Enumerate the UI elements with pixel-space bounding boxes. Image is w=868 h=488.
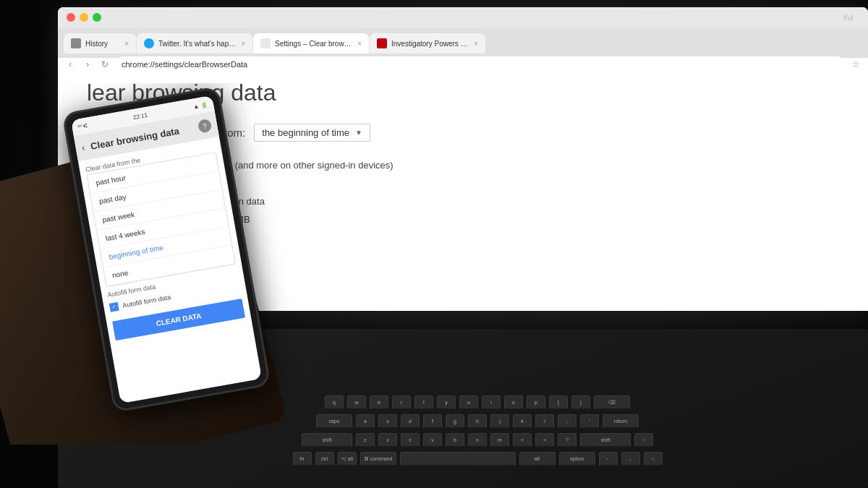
tab-history-label: History [85, 40, 120, 48]
title-bar [58, 7, 868, 27]
reload-button[interactable]: ↻ [98, 58, 111, 71]
tab-history[interactable]: History × [64, 33, 136, 53]
back-button[interactable]: ‹ [64, 58, 77, 71]
key: j [490, 414, 509, 429]
key: ? [558, 433, 576, 448]
key-row-4: fn ctrl ⌥ alt ⌘ command alt option ← ↓ → [145, 452, 810, 466]
key: l [535, 414, 554, 429]
key: v [423, 433, 442, 448]
key: k [513, 414, 532, 429]
arrow-left-key: ← [599, 452, 618, 466]
key: s [378, 414, 397, 429]
key: r [392, 395, 411, 410]
key: } [571, 395, 590, 410]
key: d [401, 414, 420, 429]
tab-settings[interactable]: Settings – Clear browsing data × [253, 33, 369, 53]
phone-checkbox-autofill-text: Autofill form data [122, 294, 171, 309]
tabs-bar: History × Twitter. It's what's happening… [58, 27, 868, 53]
key: > [535, 433, 554, 448]
key: h [468, 414, 487, 429]
bookmark-button[interactable]: ☆ [849, 58, 862, 71]
phone-status-left: ⁰ᵒ ⑆ [77, 122, 88, 130]
tab-guardian[interactable]: Investigatory Powers Bill rece... × [370, 33, 485, 53]
settings-favicon [260, 38, 271, 48]
key-alt: ⌥ alt [338, 452, 357, 466]
key: t [414, 395, 433, 410]
key-cmd: ⌘ command [360, 452, 396, 466]
key: g [446, 414, 464, 429]
user-name: Yui [843, 13, 854, 22]
key-rshift: shift [580, 433, 631, 448]
key-ctrl: ctrl [315, 452, 334, 466]
key: < [513, 433, 532, 448]
key: u [459, 395, 478, 410]
key-delete: ⌫ [594, 395, 630, 410]
hand-area: ⁰ᵒ ⑆ 22:11 ▲ 🔋 ‹ Clear browsing data ? C… [0, 83, 376, 445]
key: o [504, 395, 523, 410]
key: b [446, 433, 464, 448]
fullscreen-button[interactable] [93, 13, 101, 22]
minimize-button[interactable] [80, 13, 88, 22]
key: ; [558, 414, 576, 429]
tab-settings-close[interactable]: × [357, 40, 362, 48]
phone-back-button[interactable]: ‹ [80, 142, 85, 154]
url-bar[interactable]: chrome://settings/clearBrowserData [116, 56, 845, 72]
key: i [482, 395, 501, 410]
tab-twitter-label: Twitter. It's what's happening. [158, 40, 237, 48]
phone-help-button[interactable]: ? [197, 119, 213, 134]
key: m [490, 433, 509, 448]
key: y [437, 395, 456, 410]
key-space [400, 452, 516, 466]
phone-time-dropdown[interactable]: past hour past day past week last 4 week… [86, 152, 236, 287]
arrow-down-key: ↓ [621, 452, 640, 466]
url-text: chrome://settings/clearBrowserData [122, 60, 247, 69]
phone-checkbox-autofill-input[interactable] [109, 302, 119, 312]
guardian-favicon [377, 38, 387, 48]
tab-settings-label: Settings – Clear browsing data [275, 40, 353, 48]
address-bar: ‹ › ↻ chrome://settings/clearBrowserData… [58, 53, 868, 75]
tab-twitter-close[interactable]: × [241, 40, 245, 48]
phone-status-time: 22:11 [132, 111, 148, 120]
arrow-right-key: → [644, 452, 663, 466]
tab-guardian-label: Investigatory Powers Bill rece... [391, 40, 469, 48]
forward-button[interactable]: › [81, 58, 94, 71]
phone-status-icons: ▲ 🔋 [192, 101, 208, 110]
browser-chrome: History × Twitter. It's what's happening… [58, 7, 868, 58]
key-return: return [603, 414, 639, 429]
key: n [468, 433, 487, 448]
tab-history-close[interactable]: × [124, 40, 129, 48]
key-option: option [559, 452, 595, 466]
key: c [401, 433, 420, 448]
key: ' [580, 414, 599, 429]
key: p [527, 395, 545, 410]
close-button[interactable] [67, 13, 75, 22]
twitter-favicon [144, 38, 154, 48]
tab-guardian-close[interactable]: × [474, 40, 478, 48]
key: { [549, 395, 568, 410]
key-fn: fn [293, 452, 312, 466]
tab-twitter[interactable]: Twitter. It's what's happening. × [137, 33, 252, 53]
history-favicon [71, 38, 81, 48]
key-alt-r: alt [519, 452, 556, 466]
arrow-up-key: ↑ [634, 433, 653, 448]
phone-content: Clear data from the past hour past day p… [78, 137, 252, 350]
key: x [378, 433, 397, 448]
key: f [423, 414, 442, 429]
